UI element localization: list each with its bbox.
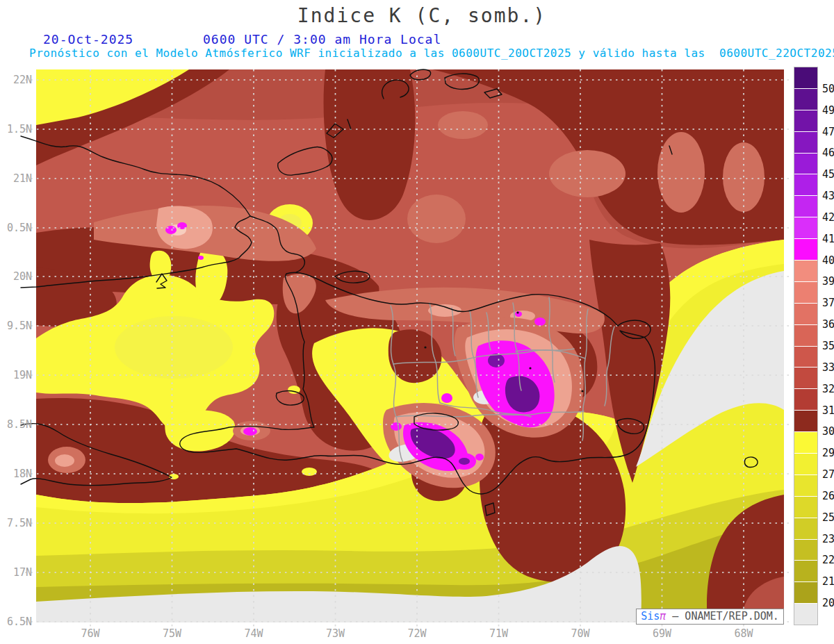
lat-label: 19N [0, 369, 32, 381]
station-dot [424, 346, 426, 348]
lon-label: 70W [571, 627, 589, 640]
lon-label: 71W [489, 627, 508, 640]
colorbar-tick: 35.2 [822, 340, 834, 352]
station-dot [529, 367, 531, 369]
colorbar-segment [794, 261, 817, 282]
lat-label: 20N [0, 270, 32, 283]
colorbar-tick: 30 [822, 425, 834, 438]
colorbar-segment [794, 154, 817, 175]
colorbar-tick: 45.2 [822, 168, 834, 181]
lat-label: 17N [0, 566, 32, 579]
colorbar-segment [794, 304, 817, 325]
colorbar-segment [794, 561, 817, 582]
lat-label: 0.5N [0, 222, 32, 234]
colorbar-segment [794, 475, 817, 497]
colorbar-tick: 25.2 [822, 511, 834, 524]
station-dot [581, 390, 583, 392]
colorbar-segment [794, 582, 817, 604]
lat-label: 9.5N [0, 320, 32, 332]
colorbar-segment [794, 540, 817, 561]
colorbar-tick: 42.6 [822, 211, 834, 224]
page-title: Indice K (C, somb.) [10, 4, 834, 27]
colorbar-tick: 49.1 [822, 104, 834, 117]
colorbar-segment [794, 604, 817, 625]
colorbar-tick: 21.3 [822, 575, 834, 588]
lon-label: 69W [653, 627, 671, 640]
colorbar-tick: 46.5 [822, 147, 834, 159]
colorbar-segment [794, 432, 817, 454]
colorbar-tick: 47.8 [822, 126, 834, 138]
lat-label: 1.5N [0, 123, 32, 135]
colorbar-segment [794, 518, 817, 540]
colorbar-tick: 23.9 [822, 533, 834, 545]
watermark-sis: Sis [641, 610, 660, 622]
colorbar-tick: 27.8 [822, 468, 834, 481]
lat-label: 6.5N [0, 616, 32, 628]
colorbar-segment [794, 174, 817, 196]
colorbar-tick: 26.5 [822, 490, 834, 502]
lat-label: 8.5N [0, 418, 32, 431]
colorbar-tick: 29.1 [822, 447, 834, 459]
colorbar-segment [794, 239, 817, 261]
lon-label: 72W [407, 627, 426, 640]
station-dot [516, 311, 518, 313]
colorbar-segment [794, 282, 817, 304]
colorbar-segment [794, 347, 817, 368]
colorbar-segment [794, 196, 817, 217]
colorbar-tick: 37.8 [822, 297, 834, 309]
colorbar-segment [794, 368, 817, 389]
model-info-line: Pronóstico con el Modelo Atmósferico WRF… [29, 47, 834, 60]
lon-label: 75W [163, 627, 181, 640]
colorbar-segment [794, 132, 817, 154]
colorbar-tick: 40 [822, 254, 834, 267]
lat-label: 21N [0, 172, 32, 185]
colorbar-segment [794, 454, 817, 475]
colorbar-tick: 22.6 [822, 554, 834, 566]
colorbar-segment [794, 67, 817, 89]
colorbar-tick: 36.5 [822, 318, 834, 331]
colorbar-tick: 39.1 [822, 275, 834, 288]
map-canvas [0, 0, 834, 644]
lon-label: 68W [734, 627, 753, 640]
colorbar-segment [794, 497, 817, 518]
forecast-time: 0600 UTC / 3:00 am Hora Local [203, 32, 441, 47]
colorbar-tick: 41.3 [822, 233, 834, 245]
watermark-onamet: – ONAMET/REP.DOM. [666, 610, 779, 622]
colorbar [794, 67, 817, 625]
watermark-box: Sisπ – ONAMET/REP.DOM. [636, 609, 784, 625]
lat-label: 7.5N [0, 517, 32, 529]
colorbar-segment [794, 89, 817, 110]
forecast-date: 20-Oct-2025 [43, 32, 133, 47]
colorbar-tick: 43.9 [822, 190, 834, 202]
lon-label: 73W [326, 627, 345, 640]
colorbar-tick: 32.6 [822, 383, 834, 395]
colorbar-tick: 20 [822, 597, 834, 609]
lat-label: 22N [0, 74, 32, 86]
colorbar-segment [794, 325, 817, 347]
colorbar-segment [794, 389, 817, 411]
lon-label: 76W [81, 627, 99, 640]
colorbar-tick: 33.9 [822, 361, 834, 374]
colorbar-tick: 31.3 [822, 404, 834, 417]
lat-label: 18N [0, 468, 32, 480]
lon-label: 74W [244, 627, 263, 640]
watermark-pi-icon: π [660, 610, 666, 622]
colorbar-tick: 50 [822, 83, 834, 95]
colorbar-segment [794, 110, 817, 132]
weather-map-page: Indice K (C, somb.) 20-Oct-2025 0600 UTC… [0, 0, 834, 644]
colorbar-segment [794, 217, 817, 239]
colorbar-segment [794, 411, 817, 432]
